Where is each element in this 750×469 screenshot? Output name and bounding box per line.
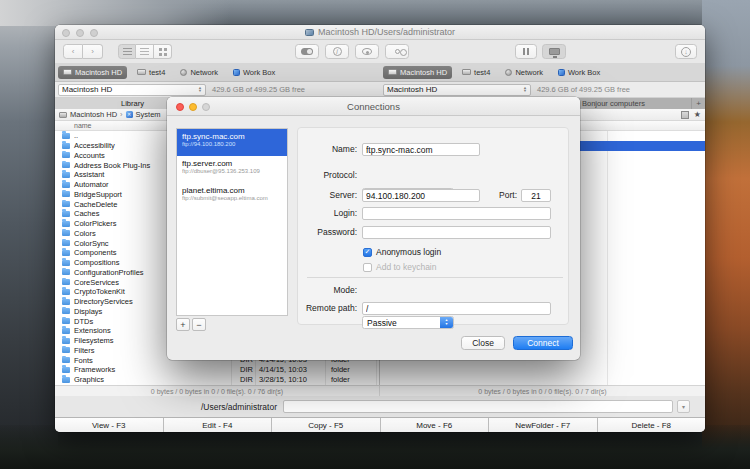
add-connection-button[interactable]: + <box>176 318 190 331</box>
window-titlebar[interactable]: Macintosh HD/Users/administrator <box>55 25 705 40</box>
remove-connection-button[interactable]: − <box>192 318 206 331</box>
drive-name: Macintosh HD <box>62 85 112 94</box>
breadcrumb-item[interactable]: Macintosh HD <box>70 110 117 119</box>
login-field[interactable] <box>362 207 551 220</box>
function-key-button[interactable]: Copy - F5 <box>272 418 381 432</box>
file-name: Fonts <box>74 356 93 365</box>
view-grid-button[interactable] <box>154 44 172 59</box>
favorite-label: test4 <box>474 68 490 77</box>
view-detail-button[interactable] <box>136 44 154 59</box>
drive-icon <box>63 69 72 75</box>
command-line-input[interactable] <box>283 400 673 413</box>
minimize-dialog-button[interactable] <box>189 103 197 111</box>
favorite-work-box-button[interactable]: Work Box <box>553 66 605 79</box>
server-field[interactable] <box>362 189 480 202</box>
close-window-button[interactable] <box>62 29 70 37</box>
add-tab-button[interactable]: + <box>692 98 705 109</box>
column-header-name[interactable]: name <box>74 122 92 129</box>
close-button[interactable]: Close <box>461 336 505 350</box>
file-kind: folder <box>331 365 350 375</box>
function-key-button[interactable]: Move - F6 <box>381 418 490 432</box>
folder-icon <box>62 367 70 373</box>
minimize-window-button[interactable] <box>76 29 84 37</box>
star-icon[interactable]: ★ <box>694 111 701 119</box>
drive-icon <box>137 69 146 75</box>
back-button[interactable]: ‹ <box>63 44 83 59</box>
file-row[interactable]: GraphicsDIR3/28/15, 10:10folder <box>55 375 379 385</box>
password-field[interactable] <box>362 226 551 239</box>
favorite-label: Macintosh HD <box>400 68 447 77</box>
downloads-button[interactable]: ↓ <box>675 44 697 59</box>
folder-icon <box>62 201 70 207</box>
file-name: ColorPickers <box>74 219 117 228</box>
forward-button[interactable]: › <box>83 44 103 59</box>
drive-name: Macintosh HD <box>387 85 437 94</box>
file-size: DIR <box>233 365 253 375</box>
drive-select-right[interactable]: Macintosh HD ▲▼ <box>383 84 531 96</box>
get-info-button[interactable]: i <box>325 44 349 59</box>
zoom-window-button[interactable] <box>90 29 98 37</box>
connections-manager-button[interactable] <box>542 44 566 59</box>
file-name: Compositions <box>74 258 119 267</box>
port-label: Port: <box>485 189 517 202</box>
wallpaper-snow-ridge <box>0 0 230 26</box>
checkbox-checked-icon[interactable]: ✓ <box>363 248 372 257</box>
toggle-panes-button[interactable] <box>295 44 319 59</box>
file-name: Frameworks <box>74 365 115 374</box>
favorite-test4-button[interactable]: test4 <box>457 66 495 79</box>
favorite-network-button[interactable]: Network <box>500 66 548 79</box>
folder-icon <box>62 357 70 363</box>
free-space-label: 429.6 GB of 499.25 GB free <box>212 85 305 94</box>
file-name: CoreServices <box>74 278 119 287</box>
disk-icon <box>59 112 67 118</box>
add-to-keychain-row[interactable]: Add to keychain <box>363 262 436 272</box>
dialog-titlebar[interactable]: Connections <box>167 97 580 116</box>
folder-icon <box>62 299 70 305</box>
drive-select-left[interactable]: Macintosh HD ▲▼ <box>58 84 206 96</box>
chevron-updown-icon: ▲▼ <box>523 87 527 91</box>
file-name: Address Book Plug-Ins <box>74 161 150 170</box>
back-icon: ‹ <box>72 48 75 56</box>
favorite-test4-button[interactable]: test4 <box>132 66 170 79</box>
folder-icon <box>62 162 70 168</box>
file-name: Filesystems <box>74 336 114 345</box>
function-key-button[interactable]: Edit - F4 <box>164 418 273 432</box>
connect-button[interactable]: Connect <box>513 336 573 350</box>
network-connections-icon <box>549 48 560 55</box>
dialog-title: Connections <box>347 101 400 112</box>
search-binoculars-icon <box>395 49 400 54</box>
breadcrumb-separator: › <box>120 110 123 119</box>
workbox-icon <box>558 69 565 76</box>
view-grid-icon <box>159 48 167 56</box>
folder-icon <box>62 289 70 295</box>
close-dialog-button[interactable] <box>176 103 184 111</box>
favorite-label: Macintosh HD <box>75 68 122 77</box>
file-row[interactable]: FrameworksDIR4/14/15, 10:03folder <box>55 365 379 375</box>
search-button[interactable] <box>385 44 409 59</box>
connection-name: ftp.server.com <box>182 159 282 168</box>
path-history-button[interactable]: ▾ <box>677 400 690 413</box>
port-field[interactable] <box>521 189 551 202</box>
status-bar: 0 bytes / 0 bytes in 0 / 0 file(s). 0 / … <box>55 385 705 396</box>
favorites-right-pane: Macintosh HDtest4NetworkWork Box <box>380 63 705 81</box>
name-field[interactable] <box>362 143 480 156</box>
toggle-panes-icon <box>301 48 313 55</box>
view-list-icon <box>123 48 132 55</box>
folder-icon <box>62 182 70 188</box>
breadcrumb-item[interactable]: System <box>136 110 161 119</box>
favorite-macintosh-hd-button[interactable]: Macintosh HD <box>383 66 452 79</box>
favorite-work-box-button[interactable]: Work Box <box>228 66 280 79</box>
view-box-icon[interactable] <box>681 111 689 119</box>
checkbox-unchecked-icon[interactable] <box>363 263 372 272</box>
preview-button[interactable] <box>355 44 379 59</box>
favorite-macintosh-hd-button[interactable]: Macintosh HD <box>58 66 127 79</box>
function-key-button[interactable]: View - F3 <box>55 418 164 432</box>
function-key-button[interactable]: Delete - F8 <box>598 418 706 432</box>
mode-select[interactable]: Passive ▲▼ <box>362 316 454 329</box>
view-list-button[interactable] <box>118 44 136 59</box>
anonymous-login-row[interactable]: ✓ Anonymous login <box>363 247 441 257</box>
favorite-network-button[interactable]: Network <box>175 66 223 79</box>
function-key-button[interactable]: NewFolder - F7 <box>489 418 598 432</box>
remote-path-field[interactable] <box>362 302 551 315</box>
queue-pause-button[interactable] <box>515 44 537 59</box>
